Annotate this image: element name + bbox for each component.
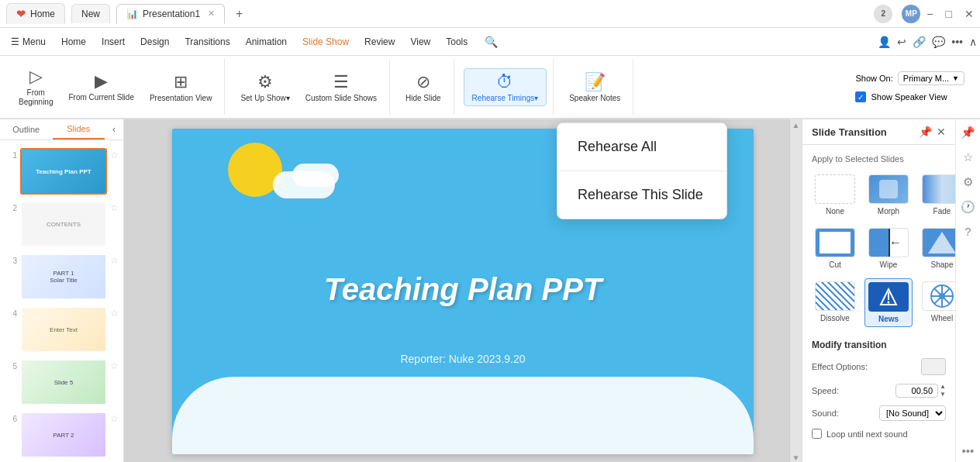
presentation-view-btn[interactable]: ⊞ Presentation View	[143, 69, 218, 105]
search-btn[interactable]: 🔍	[478, 33, 504, 51]
slide-num-4: 4	[5, 309, 17, 318]
undo-icon[interactable]: ↩	[897, 36, 906, 48]
help-side-icon[interactable]: ?	[964, 225, 971, 238]
speed-up-btn[interactable]: ▲	[940, 383, 946, 391]
presentation-tab[interactable]: 📊 Presentation1 ✕	[116, 4, 225, 24]
loop-label: Loop until next sound	[826, 429, 908, 439]
menu-review-btn[interactable]: Review	[357, 33, 402, 50]
slides-list: 1 Teaching Plan PPT ☆ 2 CONTENTS ☆ 3 PAR…	[0, 140, 123, 462]
custom-slide-shows-btn[interactable]: ☰ Custom Slide Shows	[299, 69, 383, 105]
history-side-icon[interactable]: 🕐	[961, 200, 975, 214]
sound-select[interactable]: [No Sound]	[879, 405, 946, 421]
scroll-up-btn[interactable]: ▲	[791, 119, 802, 131]
slide-thumb-1: Teaching Plan PPT	[20, 148, 107, 195]
slide-thumb-3: PART 1Solar Title	[20, 253, 107, 300]
from-beginning-icon: ▷	[29, 67, 43, 87]
menu-view-btn[interactable]: View	[402, 33, 438, 50]
slide-num-1: 1	[5, 151, 17, 160]
add-tab-btn[interactable]: +	[229, 4, 249, 24]
set-up-show-btn[interactable]: ⚙ Set Up Show▾	[234, 69, 295, 105]
menu-home-btn[interactable]: Home	[53, 33, 94, 50]
loop-row: Loop until next sound	[812, 429, 946, 439]
transition-morph[interactable]: Morph	[864, 171, 913, 219]
transition-none[interactable]: None	[812, 171, 858, 219]
more-icon[interactable]: •••	[951, 36, 963, 48]
collapse-icon[interactable]: ∧	[969, 36, 977, 48]
maximize-btn[interactable]: □	[946, 8, 952, 20]
slide-star-3: ☆	[110, 255, 119, 266]
adjust-side-icon[interactable]: ⚙	[963, 175, 973, 189]
menu-insert-btn[interactable]: Insert	[94, 33, 133, 50]
scroll-down-btn[interactable]: ▼	[791, 452, 802, 462]
panel-pin-btn[interactable]: 📌	[919, 126, 932, 138]
menu-design-btn[interactable]: Design	[133, 33, 177, 50]
show-on-chevron: ▼	[952, 74, 959, 82]
more-side-icon[interactable]: •••	[962, 444, 975, 457]
menu-transitions-btn[interactable]: Transitions	[177, 33, 237, 50]
loop-checkbox[interactable]	[812, 429, 822, 439]
menu-hamburger-btn[interactable]: ☰ Menu	[3, 33, 53, 50]
speed-label: Speed:	[812, 386, 839, 395]
speed-input[interactable]	[895, 384, 938, 398]
user-avatar: MP	[902, 5, 920, 23]
slide-item-6[interactable]: 6 PART 2 ☆	[3, 410, 120, 460]
comment-icon[interactable]: 💬	[932, 36, 945, 48]
menu-slideshow-btn[interactable]: Slide Show	[295, 33, 357, 50]
home-tab[interactable]: ❤ Home	[6, 3, 65, 24]
slide-item-3[interactable]: 3 PART 1Solar Title ☆	[3, 252, 120, 302]
speaker-view-checkbox[interactable]: ✓	[855, 91, 866, 102]
cloud-2	[292, 164, 339, 187]
slide-item-5[interactable]: 5 Slide 5 ☆	[3, 357, 120, 407]
speed-down-btn[interactable]: ▼	[940, 391, 946, 398]
panel-title: Slide Transition	[812, 126, 887, 138]
transition-shape[interactable]: Shape	[919, 225, 955, 272]
rehearse-this-slide-label: Rehearse This Slide	[578, 187, 703, 202]
transition-fade[interactable]: Fade	[919, 171, 955, 219]
show-on-row: Show On: Primary M... ▼	[855, 71, 964, 85]
slide-item-1[interactable]: 1 Teaching Plan PPT ☆	[3, 147, 120, 196]
from-current-icon: ▶	[95, 71, 108, 91]
speaker-notes-btn[interactable]: 📝 Speaker Notes	[563, 69, 626, 105]
transition-dissolve[interactable]: Dissolve	[812, 278, 858, 327]
home-tab-label: Home	[30, 9, 55, 19]
sidebar-tab-outline[interactable]: Outline	[0, 120, 53, 139]
transition-cut[interactable]: Cut	[812, 225, 858, 272]
transition-dissolve-label: Dissolve	[820, 314, 850, 322]
close-btn[interactable]: ✕	[964, 8, 974, 20]
from-current-slide-btn[interactable]: ▶ From Current Slide	[62, 68, 140, 105]
ribbon-speaker-group: 📝 Speaker Notes	[557, 59, 633, 115]
ribbon-display-settings: Show On: Primary M... ▼ ✓ Show Speaker V…	[846, 65, 974, 109]
sound-label: Sound:	[812, 409, 839, 418]
rehearse-timings-btn[interactable]: ⏱ Rehearse Timings▾	[464, 68, 547, 106]
rehearse-this-slide-item[interactable]: Rehearse This Slide	[557, 171, 726, 219]
slide-thumb-6: PART 2	[20, 412, 107, 458]
show-on-value: Primary M...	[903, 74, 949, 83]
panel-close-btn[interactable]: ✕	[937, 126, 946, 138]
transition-news[interactable]: News	[864, 278, 913, 327]
redo-icon[interactable]: 🔗	[913, 36, 926, 48]
minimize-btn[interactable]: −	[927, 8, 933, 20]
show-on-select[interactable]: Primary M... ▼	[898, 71, 964, 85]
sidebar-toggle-btn[interactable]: ‹	[105, 124, 123, 135]
transition-wipe[interactable]: ← Wipe	[864, 225, 913, 272]
menu-animation-btn[interactable]: Animation	[238, 33, 295, 50]
star-side-icon[interactable]: ☆	[963, 150, 973, 164]
pin-side-icon[interactable]: 📌	[961, 126, 975, 140]
new-tab[interactable]: New	[71, 4, 110, 23]
effect-options-btn[interactable]	[921, 358, 946, 375]
transition-wipe-label: Wipe	[880, 260, 898, 269]
sidebar-tab-slides[interactable]: Slides	[53, 119, 105, 140]
wps-logo-icon: ❤	[16, 8, 26, 20]
share-icon[interactable]: 👤	[878, 36, 891, 48]
transition-wheel[interactable]: Wheel	[919, 278, 955, 327]
menu-tools-btn[interactable]: Tools	[438, 33, 475, 50]
rehearse-all-item[interactable]: Rehearse All	[557, 123, 726, 171]
speaker-notes-icon: 📝	[585, 72, 606, 92]
transition-cut-label: Cut	[829, 260, 841, 269]
slide-item-2[interactable]: 2 CONTENTS ☆	[3, 199, 120, 249]
hide-slide-btn[interactable]: ⊘ Hide Slide	[399, 69, 447, 105]
slide-item-4[interactable]: 4 Enter Text ☆	[3, 305, 120, 354]
tab-close-btn[interactable]: ✕	[208, 9, 215, 19]
from-beginning-btn[interactable]: ▷ FromBeginning	[12, 64, 59, 110]
custom-slide-shows-label: Custom Slide Shows	[305, 94, 377, 102]
